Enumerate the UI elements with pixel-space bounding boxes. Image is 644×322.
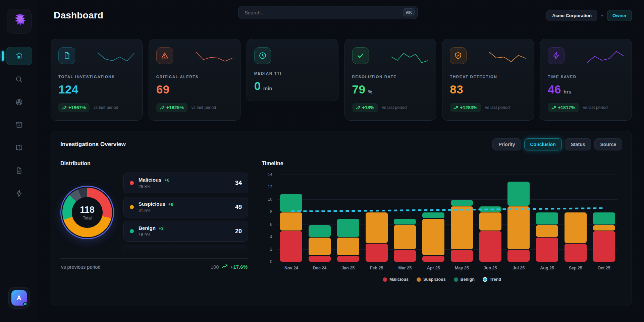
legend-percent: 41.5%: [139, 208, 235, 213]
kpi-card[interactable]: TOTAL INVESTIGATIONS 124 +1967% vs last …: [51, 39, 143, 121]
panel-body: Distribution 118 Total Malicious+6 28.8%: [51, 156, 632, 290]
home-icon: [15, 52, 23, 61]
legend-dot: [130, 229, 134, 233]
kpi-note: vs last period: [583, 105, 608, 110]
distribution-donut-chart: 118 Total: [62, 188, 112, 237]
kpi-card[interactable]: CRITICAL ALERTS 69 +1625% vs last period: [149, 39, 240, 121]
donut-total-label: Total: [83, 216, 92, 220]
tab-status[interactable]: Status: [565, 138, 591, 150]
x-axis-labels: Nov 24Dec 24Jan 25Feb 25Mar 25Apr 25May …: [277, 266, 618, 273]
timeline-legend-suspicious[interactable]: Suspicious: [417, 277, 446, 282]
kpi-label: RESOLUTION RATE: [352, 75, 429, 79]
sidebar-item-search[interactable]: [6, 72, 32, 88]
timeline-heading: Timeline: [262, 160, 622, 167]
tab-conclusion[interactable]: Conclusion: [524, 138, 562, 150]
search-placeholder: Search...: [245, 10, 403, 15]
kpi-label: MEDIAN TTI: [254, 71, 331, 75]
search-input[interactable]: Search... ⌘K: [238, 6, 418, 19]
sidebar-item-archive[interactable]: [6, 117, 32, 133]
legend-name: Benign: [139, 225, 156, 231]
separator-dot: [601, 15, 603, 16]
sidebar-item-detections[interactable]: [6, 94, 32, 111]
dragon-logo-icon: [10, 12, 28, 30]
distribution-legend-row[interactable]: Inconclusive+2: [123, 245, 248, 252]
header-right: Acme Corporation Owner: [546, 10, 632, 21]
kpi-note: vs last period: [382, 105, 407, 110]
donut-total: 118: [80, 205, 95, 215]
sidebar-item-home[interactable]: [6, 47, 32, 65]
delta-badge: +18%: [352, 103, 378, 112]
main-content: Dashboard Search... ⌘K Acme Corporation …: [38, 0, 644, 322]
kpi-note: vs last period: [192, 105, 216, 110]
kpi-card[interactable]: TIME SAVED 46hrs +1817% vs last period: [540, 39, 632, 121]
shield-check-icon: [450, 47, 467, 64]
page-title: Dashboard: [54, 10, 103, 21]
lightning-icon: [15, 189, 23, 198]
file-text-icon: [58, 47, 75, 64]
page-header: Dashboard Search... ⌘K Acme Corporation …: [38, 0, 644, 31]
active-indicator: [2, 51, 4, 61]
y-axis-labels: 02468101214: [262, 175, 274, 262]
kpi-value: 83: [450, 83, 526, 96]
trending-up-icon: [222, 264, 228, 270]
delta-badge: +1967%: [58, 103, 90, 112]
user-avatar[interactable]: A: [8, 287, 30, 309]
legend-value: 20: [235, 228, 242, 235]
kpi-label: CRITICAL ALERTS: [156, 75, 233, 79]
role-badge[interactable]: Owner: [607, 10, 632, 21]
kpi-row: TOTAL INVESTIGATIONS 124 +1967% vs last …: [51, 39, 632, 121]
app-logo[interactable]: [7, 9, 32, 34]
period-delta: +17.6%: [230, 264, 248, 270]
legend-percent: 28.8%: [139, 184, 235, 189]
search-icon: [15, 75, 23, 84]
delta-badge: +1625%: [156, 103, 187, 112]
distribution-legend-row[interactable]: Benign+3 16.9% 20: [123, 221, 248, 242]
kpi-card[interactable]: MEDIAN TTI 0min: [247, 39, 338, 101]
sidebar-item-automations[interactable]: [6, 186, 32, 202]
footer-comparison: 100 +17.6%: [211, 264, 248, 270]
footer-label: vs previous period: [61, 264, 101, 270]
sparkline: [97, 48, 135, 67]
book-icon: [15, 144, 23, 153]
distribution-legend-row[interactable]: Malicious+6 28.8% 34: [123, 173, 248, 193]
tab-priority[interactable]: Priority: [492, 138, 521, 150]
sparkline: [489, 48, 526, 67]
panel-header: Investigations Overview PriorityConclusi…: [51, 131, 632, 156]
kpi-note: vs last period: [94, 105, 118, 110]
report-icon: [15, 167, 23, 176]
legend-delta: +3: [159, 226, 164, 231]
kpi-label: TIME SAVED: [548, 75, 624, 79]
donut-center: 118 Total: [72, 197, 103, 228]
delta-badge: +1817%: [548, 103, 579, 112]
legend-name: Suspicious: [139, 201, 165, 207]
timeline-plot-area: [277, 175, 618, 262]
previous-total: 100: [211, 264, 219, 270]
sidebar-item-reports[interactable]: [6, 163, 32, 179]
kpi-value: 46hrs: [548, 83, 624, 96]
trend-line: [277, 175, 618, 262]
org-selector[interactable]: Acme Corporation: [546, 10, 597, 21]
kpi-value: 69: [156, 83, 233, 96]
timeline-legend-malicious[interactable]: Malicious: [383, 277, 409, 282]
timeline-legend-benign[interactable]: Benign: [454, 277, 475, 282]
timeline-legend-trend[interactable]: Trend: [483, 277, 501, 282]
distribution-heading: Distribution: [60, 160, 248, 167]
legend-percent: 16.9%: [139, 233, 235, 237]
kpi-card[interactable]: THREAT DETECTION 83 +1283% vs last perio…: [442, 39, 534, 121]
target-icon: [15, 98, 23, 107]
kpi-value: 124: [58, 83, 135, 96]
distribution-legend-row[interactable]: Suspicious+8 41.5% 49: [123, 197, 248, 217]
sidebar-item-playbooks[interactable]: [6, 140, 32, 156]
legend-value: 49: [235, 204, 242, 211]
check-icon: [352, 47, 369, 64]
timeline-legend: MaliciousSuspiciousBenignTrend: [262, 277, 622, 282]
investigations-overview-panel: Investigations Overview PriorityConclusi…: [51, 131, 632, 306]
archive-icon: [15, 121, 23, 130]
distribution-legend: Malicious+6 28.8% 34 Suspicious+8 41.5% …: [123, 173, 248, 252]
kpi-card[interactable]: RESOLUTION RATE 79% +18% vs last period: [344, 39, 436, 121]
warning-triangle-icon: [156, 47, 173, 64]
legend-name: Malicious: [139, 177, 161, 183]
panel-title: Investigations Overview: [60, 141, 126, 148]
delta-badge: +1283%: [450, 103, 481, 112]
tab-source[interactable]: Source: [594, 138, 622, 150]
